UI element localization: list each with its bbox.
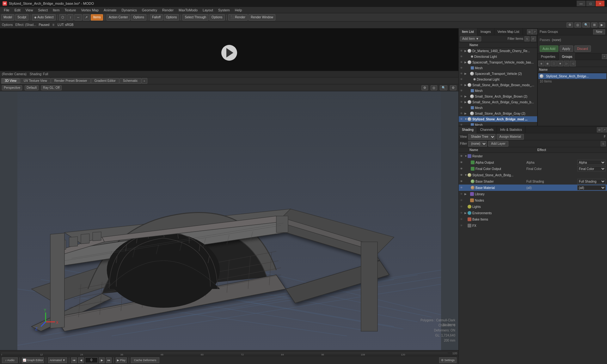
tab-groups[interactable]: Groups bbox=[559, 53, 576, 60]
expand-icon[interactable]: ▶ bbox=[464, 49, 468, 52]
expand-icon[interactable]: ▼ bbox=[464, 118, 468, 121]
add-layer-btn[interactable]: Add Layer bbox=[488, 141, 508, 147]
menu-system[interactable]: System bbox=[216, 7, 232, 13]
menu-vertex-map[interactable]: Vertex Map bbox=[78, 7, 101, 13]
sh-expand[interactable]: ▶ bbox=[464, 192, 468, 196]
cache-deformers-btn[interactable]: Cache Deformers bbox=[131, 357, 159, 363]
perspective-btn[interactable]: Perspective bbox=[2, 85, 22, 90]
item-row[interactable]: 👁 Mesh bbox=[459, 122, 537, 126]
sh-row-base-shader[interactable]: 👁 Base Shader Full Shading Full Shading bbox=[459, 178, 607, 185]
menu-view[interactable]: View bbox=[23, 7, 36, 13]
item-row[interactable]: 👁 ▶ Small_Stone_Arch_Bridge_Brown_modo_.… bbox=[459, 82, 537, 88]
close-button[interactable]: ✕ bbox=[596, 1, 604, 6]
group-row[interactable]: Stylized_Stone_Arch_Bridge... bbox=[538, 73, 606, 79]
sh-row-final-color[interactable]: 👁 Final Color Output Final Color Final C… bbox=[459, 166, 607, 172]
transform-1[interactable]: ⬡ bbox=[59, 14, 66, 21]
item-row[interactable]: 👁 ▶ Small_Stone_Arch_Bridge_Gray (2) bbox=[459, 111, 537, 116]
filter-s-btn[interactable]: S bbox=[524, 36, 530, 41]
menu-file[interactable]: File bbox=[1, 7, 12, 13]
sh-row-bake-items[interactable]: 👁 Bake Items bbox=[459, 216, 607, 222]
play-btn-tl[interactable]: ▶ bbox=[99, 357, 105, 363]
grp-expand-btn[interactable]: + bbox=[602, 54, 607, 59]
model-btn[interactable]: Model bbox=[1, 14, 14, 21]
item-row[interactable]: 👁 Directional Light bbox=[459, 76, 537, 82]
falloff-btn[interactable]: Falloff bbox=[150, 14, 163, 21]
vp-icon-2[interactable]: ◎ bbox=[431, 85, 437, 90]
options-3-btn[interactable]: Options bbox=[209, 14, 224, 21]
tab-uv-texture[interactable]: UV Texture View bbox=[20, 78, 51, 84]
graph-editor-btn[interactable]: 📈 Graph Editor bbox=[22, 357, 44, 363]
sh-expand[interactable]: ▼ bbox=[464, 173, 468, 177]
vp-icon-4[interactable]: ⚙ bbox=[450, 85, 457, 90]
settings-btn-tl[interactable]: ⚙ Settings bbox=[439, 357, 457, 363]
auto-add-btn[interactable]: Auto Add bbox=[540, 46, 558, 52]
item-row[interactable]: 👁 ▶ Small_Stone_Arch_Bridge_Brown (2) bbox=[459, 94, 537, 99]
select-through-btn[interactable]: Select Through bbox=[182, 14, 208, 21]
apply-btn[interactable]: Apply bbox=[560, 46, 573, 52]
vp-settings-2[interactable]: ◎ bbox=[574, 22, 581, 27]
tab-add-btn[interactable]: + bbox=[142, 78, 147, 84]
panel-expand-btn[interactable]: ⊞ bbox=[527, 29, 532, 34]
transform-3[interactable]: ↔ bbox=[74, 14, 82, 21]
menu-maxtomodo[interactable]: MaxToModo bbox=[176, 7, 200, 13]
add-item-btn[interactable]: Add Item ▼ bbox=[460, 36, 481, 41]
vp-settings-5[interactable]: ▶ bbox=[599, 22, 605, 27]
sh-effect-select[interactable]: (all) bbox=[577, 185, 606, 190]
tab-item-list[interactable]: Item List bbox=[459, 28, 477, 35]
action-center-btn[interactable]: Action Center bbox=[107, 14, 130, 21]
grp-btn-1[interactable]: ◈ bbox=[538, 61, 544, 66]
tab-render-preset[interactable]: Render Preset Browser bbox=[51, 78, 91, 84]
tab-3d-view[interactable]: 3D View bbox=[1, 78, 20, 84]
tab-gradient-editor[interactable]: Gradient Editor bbox=[91, 78, 119, 84]
menu-texture[interactable]: Texture bbox=[62, 7, 78, 13]
assign-material-btn[interactable]: Assign Material bbox=[497, 134, 524, 140]
sh-row-mat-group[interactable]: 👁 ▼ Stylized_Stone_Arch_Bridg... bbox=[459, 172, 607, 178]
view-select[interactable]: Shader Tree bbox=[468, 134, 495, 140]
prev-btn[interactable]: ◀ bbox=[78, 357, 84, 363]
tab-schematic[interactable]: Schematic bbox=[120, 78, 141, 84]
sh-expand[interactable]: ▶ bbox=[464, 211, 468, 215]
item-row-selected[interactable]: 👁 ▼ Stylized_Stone_Arch_Bridge_mod ... bbox=[459, 116, 537, 122]
vp-settings-1[interactable]: ⚙ bbox=[567, 22, 573, 27]
expand-icon[interactable]: ▶ bbox=[464, 61, 468, 64]
tab-properties[interactable]: Properties bbox=[538, 53, 559, 60]
menu-animate[interactable]: Animate bbox=[101, 7, 119, 13]
menu-item[interactable]: Item bbox=[50, 7, 62, 13]
default-btn[interactable]: Default bbox=[25, 85, 39, 90]
options-1-btn[interactable]: Options bbox=[131, 14, 146, 21]
vp-settings-3[interactable]: 🔍 bbox=[582, 22, 590, 27]
sh-effect-select[interactable]: Final Color bbox=[577, 166, 606, 171]
vp-settings-4[interactable]: ⊞ bbox=[591, 22, 598, 27]
render-window-btn[interactable]: Render Window bbox=[248, 14, 275, 21]
ray-gl-btn[interactable]: Ray GL: Off bbox=[41, 85, 62, 90]
tab-vertex-map-list[interactable]: Vertex Map List bbox=[494, 28, 523, 35]
shader-list[interactable]: 👁 ▼ Render 👁 Alpha Output Alpha Alpha bbox=[459, 153, 607, 364]
audio-btn[interactable]: ♪ Audio bbox=[2, 357, 18, 363]
titlebar-controls[interactable]: — □ ✕ bbox=[577, 1, 604, 6]
sh-row-environments[interactable]: 👁 ▶ Environments bbox=[459, 210, 607, 216]
sh-expand[interactable]: ▼ bbox=[464, 155, 468, 158]
grp-btn-2[interactable]: ◉ bbox=[545, 61, 550, 66]
item-row[interactable]: 👁 ▶ Dr_Martens_1460_Smooth_Cherry_Re... bbox=[459, 48, 537, 54]
menu-select[interactable]: Select bbox=[35, 7, 50, 13]
sh-row-fx[interactable]: 👁 FX bbox=[459, 222, 607, 229]
tab-shading[interactable]: Shading bbox=[459, 126, 477, 133]
vp-icon-1[interactable]: ⚙ bbox=[421, 85, 428, 90]
sh-row-render[interactable]: 👁 ▼ Render bbox=[459, 153, 607, 159]
sh-row-lights[interactable]: 👁 Lights bbox=[459, 203, 607, 210]
shader-float-btn[interactable]: ↗ bbox=[602, 127, 607, 132]
menu-render[interactable]: Render bbox=[160, 7, 176, 13]
grp-btn-6[interactable]: ◁ bbox=[570, 61, 576, 66]
expand-icon[interactable]: ▶ bbox=[464, 100, 468, 104]
sh-filter-s[interactable]: S bbox=[601, 141, 606, 146]
panel-float-btn[interactable]: ↗ bbox=[532, 29, 537, 34]
animated-btn[interactable]: Animated ▼ bbox=[48, 357, 67, 363]
grp-btn-5[interactable]: ▷ bbox=[564, 61, 569, 66]
transform-4[interactable]: ↗ bbox=[83, 14, 90, 21]
next-end-btn[interactable]: ⏭ bbox=[106, 357, 112, 363]
auto-select-btn[interactable]: ◈ Auto Select bbox=[32, 14, 56, 21]
menu-geometry[interactable]: Geometry bbox=[139, 7, 160, 13]
tab-info-stats[interactable]: Info & Statistics bbox=[497, 126, 525, 133]
item-row[interactable]: 👁 ▶ Spacecraft_Transport_Vehicle (2) bbox=[459, 71, 537, 76]
item-row[interactable]: 👁 Mesh bbox=[459, 88, 537, 94]
